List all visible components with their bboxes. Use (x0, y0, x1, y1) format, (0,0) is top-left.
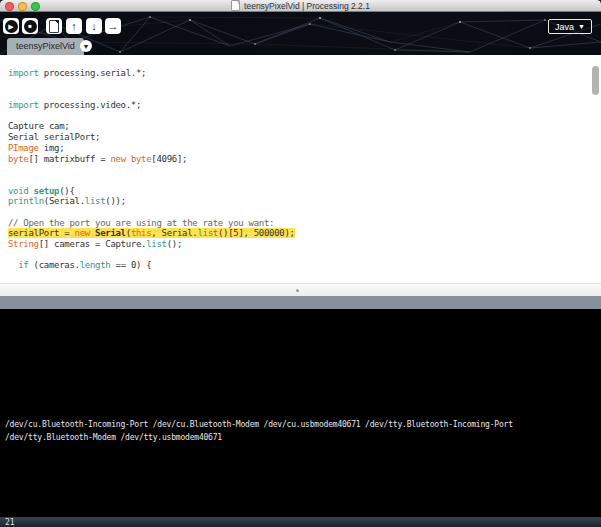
code-line[interactable]: Capture cam; (8, 121, 587, 132)
code-token: String (8, 239, 39, 249)
code-token: import (8, 68, 39, 78)
code-token: ()[5], 500000); (218, 228, 295, 238)
open-icon: ↑ (71, 21, 77, 32)
console-line: /dev/tty.Bluetooth-Modem /dev/tty.usbmod… (5, 431, 599, 444)
code-token: processing.video.*; (39, 100, 141, 110)
code-line[interactable] (8, 111, 587, 122)
mode-selector-java[interactable]: Java ▼ (548, 19, 592, 34)
code-token: // Open the port you are using at the ra… (8, 218, 274, 228)
code-line[interactable] (8, 89, 587, 100)
tab-strip: teensyPixelVid ▼ (0, 38, 601, 55)
export-button[interactable]: → (105, 18, 121, 34)
code-token: (){ (59, 186, 74, 196)
code-line[interactable] (8, 79, 587, 90)
code-token: (); (167, 239, 182, 249)
code-lines: import processing.serial.*; import proce… (8, 68, 587, 271)
code-token: Serial serialPort; (8, 132, 100, 142)
console-lines: /dev/cu.Bluetooth-Incoming-Port /dev/cu.… (5, 418, 599, 444)
save-icon: ↓ (91, 21, 97, 32)
new-sketch-button[interactable] (46, 18, 62, 34)
code-token: byte (8, 154, 28, 164)
mode-label: Java (555, 22, 574, 32)
new-document-icon (49, 20, 59, 33)
export-icon: → (108, 21, 119, 32)
message-bar (0, 296, 601, 309)
code-line[interactable]: // Open the port you are using at the ra… (8, 218, 587, 229)
code-token (8, 260, 18, 270)
run-icon: ▶ (5, 20, 18, 33)
code-line[interactable] (8, 207, 587, 218)
code-line[interactable] (8, 175, 587, 186)
code-token: void (8, 186, 28, 196)
code-line[interactable]: String[] cameras = Capture.list(); (8, 239, 587, 250)
grip-dot (296, 289, 299, 292)
code-token: == 0) { (110, 260, 151, 270)
run-button[interactable]: ▶ (3, 18, 19, 34)
code-line[interactable]: PImage img; (8, 143, 587, 154)
code-token: [] matrixbuff = (28, 154, 110, 164)
horizontal-scrollbar-track[interactable] (0, 283, 601, 297)
code-token: list (146, 239, 166, 249)
processing-ide-window: teensyPixelVid | Processing 2.2.1 (0, 0, 601, 527)
console: /dev/cu.Bluetooth-Incoming-Port /dev/cu.… (0, 309, 601, 517)
current-line-number: 21 (5, 518, 15, 527)
code-token: this (131, 228, 151, 238)
selection-highlight: serialPort = new Serial(this, Serial.lis… (8, 228, 295, 238)
code-token: list (197, 228, 217, 238)
status-bar: 21 (0, 517, 601, 527)
code-token: new (110, 154, 125, 164)
save-button[interactable]: ↓ (86, 18, 102, 34)
stop-icon: ■ (24, 20, 37, 33)
chevron-down-icon: ▼ (83, 43, 90, 50)
code-line[interactable]: Serial serialPort; (8, 132, 587, 143)
code-token: (cameras. (29, 260, 80, 270)
code-line[interactable]: void setup(){ (8, 186, 587, 197)
code-token: byte (131, 154, 151, 164)
chevron-down-icon: ▼ (578, 23, 585, 30)
code-token: , Serial. (151, 228, 197, 238)
tab-teensypixelvid[interactable]: teensyPixelVid (7, 38, 84, 55)
code-token: (Serial. (44, 196, 85, 206)
code-line[interactable]: byte[] matrixbuff = new byte[4096]; (8, 154, 587, 165)
title-bar: teensyPixelVid | Processing 2.2.1 (0, 0, 601, 12)
code-editor[interactable]: import processing.serial.*; import proce… (0, 55, 601, 283)
open-button[interactable]: ↑ (66, 18, 82, 34)
code-token: list (85, 196, 105, 206)
code-token: new (75, 228, 90, 238)
code-token: Serial (95, 228, 126, 238)
code-line[interactable]: if (cameras.length == 0) { (8, 260, 587, 271)
code-token: length (80, 260, 111, 270)
code-line[interactable]: println(Serial.list()); (8, 196, 587, 207)
code-token: img; (39, 143, 65, 153)
code-token: processing.serial.*; (39, 68, 147, 78)
console-line: /dev/cu.Bluetooth-Incoming-Port /dev/cu.… (5, 418, 599, 431)
code-token: import (8, 100, 39, 110)
document-icon (231, 0, 240, 11)
title-wrap: teensyPixelVid | Processing 2.2.1 (0, 0, 601, 11)
code-token: setup (34, 186, 60, 196)
code-token: PImage (8, 143, 39, 153)
code-line[interactable]: import processing.serial.*; (8, 68, 587, 79)
code-token: println (8, 196, 44, 206)
code-line[interactable]: serialPort = new Serial(this, Serial.lis… (8, 228, 587, 239)
editor-scrollbar-thumb[interactable] (592, 66, 599, 95)
code-line[interactable] (8, 250, 587, 261)
code-token: [] cameras = Capture. (39, 239, 147, 249)
window-title: teensyPixelVid | Processing 2.2.1 (244, 1, 370, 11)
code-line[interactable]: import processing.video.*; (8, 100, 587, 111)
tab-label: teensyPixelVid (16, 41, 75, 51)
code-line[interactable] (8, 164, 587, 175)
header: ▶ ■ ↑ ↓ → Java ▼ teensyPixelVid ▼ (0, 12, 601, 55)
code-token: Capture cam; (8, 121, 69, 131)
code-token: if (18, 260, 28, 270)
code-token: ()); (105, 196, 125, 206)
code-token: serialPort = (8, 228, 75, 238)
code-token: [4096]; (151, 154, 187, 164)
tab-menu-button[interactable]: ▼ (80, 40, 92, 52)
stop-button[interactable]: ■ (22, 18, 38, 34)
